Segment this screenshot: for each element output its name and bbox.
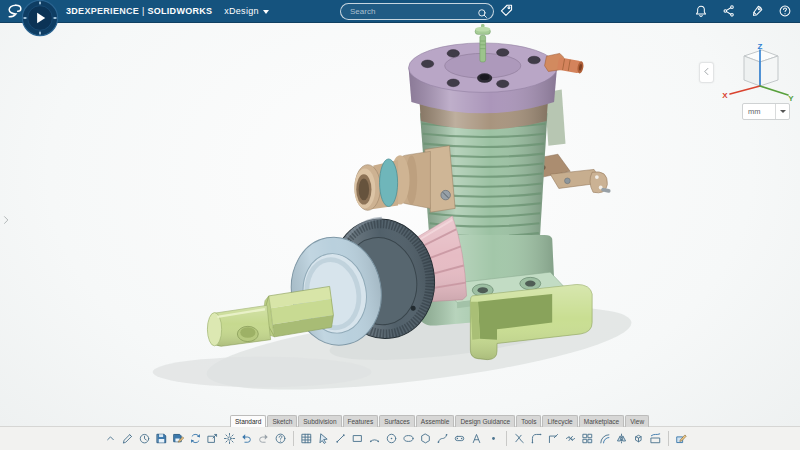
redo-button[interactable]: [256, 429, 272, 448]
text-button[interactable]: [469, 429, 485, 448]
units-dropdown-caret-icon[interactable]: [775, 104, 789, 119]
tab-marketplace[interactable]: Marketplace: [579, 415, 624, 427]
rocket-icon: [750, 4, 764, 18]
sketch-grid-button[interactable]: [299, 429, 315, 448]
compass-west-icon[interactable]: [23, 17, 26, 19]
rectangle-icon: [351, 432, 364, 445]
brand-3d: 3D: [66, 6, 78, 16]
help-circle-button[interactable]: [778, 4, 792, 18]
toolbar-separator: [668, 431, 669, 446]
circle-button[interactable]: [384, 429, 400, 448]
undo-button[interactable]: [239, 429, 255, 448]
units-selector[interactable]: mm: [742, 103, 790, 120]
fillet-button[interactable]: [529, 429, 545, 448]
line-button[interactable]: [333, 429, 349, 448]
action-bar: [0, 426, 800, 450]
project-curve-button[interactable]: [648, 429, 664, 448]
share-export-button[interactable]: [205, 429, 221, 448]
exit-sketch-button[interactable]: [674, 429, 690, 448]
app-switcher-caret-icon[interactable]: [263, 10, 269, 14]
offset-icon: [598, 432, 611, 445]
triad-z-label: Z: [758, 42, 763, 51]
corner-button[interactable]: [546, 429, 562, 448]
sync-button[interactable]: [188, 429, 204, 448]
toolbar-separator: [293, 431, 294, 446]
smart-select-icon: [317, 432, 330, 445]
brand-solidworks: SOLIDWORKS: [147, 6, 212, 16]
share-3d-button[interactable]: [722, 4, 736, 18]
design-history-button[interactable]: [137, 429, 153, 448]
arc-icon: [368, 432, 381, 445]
offset-button[interactable]: [597, 429, 613, 448]
ellipse-button[interactable]: [401, 429, 417, 448]
spline-button[interactable]: [435, 429, 451, 448]
rectangle-button[interactable]: [350, 429, 366, 448]
tab-view[interactable]: View: [625, 415, 649, 427]
tab-surfaces[interactable]: Surfaces: [379, 415, 415, 427]
tab-design-guidance[interactable]: Design Guidance: [455, 415, 515, 427]
point-button[interactable]: [486, 429, 502, 448]
view-cube[interactable]: Z X Y: [716, 42, 794, 108]
tab-lifecycle[interactable]: Lifecycle: [542, 415, 577, 427]
part-fuel-nipple[interactable]: [545, 53, 585, 74]
settings-button[interactable]: [222, 429, 238, 448]
save-as-button[interactable]: [171, 429, 187, 448]
part-prop-shaft[interactable]: [207, 305, 270, 346]
collapse-button[interactable]: [103, 429, 119, 448]
help-button[interactable]: [273, 429, 289, 448]
chevron-right-icon: [0, 214, 12, 226]
search-input[interactable]: [341, 7, 477, 16]
polygon-icon: [419, 432, 432, 445]
save-icon: [155, 432, 168, 445]
compass-south-icon[interactable]: [39, 31, 41, 34]
settings-icon: [223, 432, 236, 445]
mirror-button[interactable]: [614, 429, 630, 448]
search-mag-icon: [477, 8, 489, 20]
search-bar[interactable]: [340, 3, 494, 20]
project-curve-icon: [649, 432, 662, 445]
tag-button[interactable]: [499, 3, 514, 18]
ribbon-tabs: StandardSketchSubdivisionFeaturesSurface…: [230, 415, 650, 427]
text-icon: [470, 432, 483, 445]
part-o-ring[interactable]: [380, 159, 398, 207]
save-button[interactable]: [154, 429, 170, 448]
trim-button[interactable]: [512, 429, 528, 448]
triad-x-label: X: [722, 91, 728, 100]
tab-assemble[interactable]: Assemble: [416, 415, 455, 427]
slot-button[interactable]: [452, 429, 468, 448]
trim-icon: [513, 432, 526, 445]
mirror-icon: [615, 432, 628, 445]
search-icon-slot[interactable]: [477, 6, 489, 18]
rocket-button[interactable]: [750, 4, 764, 18]
tab-standard[interactable]: Standard: [230, 415, 266, 427]
smart-select-button[interactable]: [316, 429, 332, 448]
tab-tools[interactable]: Tools: [516, 415, 541, 427]
top-bar-right-icons: [694, 0, 792, 22]
compass-east-icon[interactable]: [53, 17, 56, 19]
notifications-icon: [694, 4, 708, 18]
notifications-button[interactable]: [694, 4, 708, 18]
tab-sketch[interactable]: Sketch: [267, 415, 297, 427]
model-engine-assembly[interactable]: [0, 22, 800, 450]
part-carburetor-intake[interactable]: [354, 146, 455, 213]
action-toolbar-icons: [0, 427, 800, 450]
3dexperience-compass[interactable]: [21, 0, 59, 37]
design-history-icon: [138, 432, 151, 445]
slot-icon: [453, 432, 466, 445]
quick-trim-button[interactable]: [563, 429, 579, 448]
left-panel-expander[interactable]: [0, 212, 12, 230]
compass-north-icon[interactable]: [39, 1, 41, 4]
tab-subdivision[interactable]: Subdivision: [298, 415, 341, 427]
app-name[interactable]: xDesign: [224, 6, 259, 16]
fillet-icon: [530, 432, 543, 445]
convert-entities-button[interactable]: [631, 429, 647, 448]
tab-features[interactable]: Features: [343, 415, 379, 427]
graphics-area[interactable]: Z X Y mm: [0, 22, 800, 450]
pattern-button[interactable]: [580, 429, 596, 448]
corner-icon: [547, 432, 560, 445]
new-design-button[interactable]: [120, 429, 136, 448]
polygon-button[interactable]: [418, 429, 434, 448]
view-cube-collapse-button[interactable]: [699, 62, 714, 83]
arc-button[interactable]: [367, 429, 383, 448]
brand-title: 3DEXPERIENCE | SOLIDWORKS xDesign: [66, 0, 269, 22]
